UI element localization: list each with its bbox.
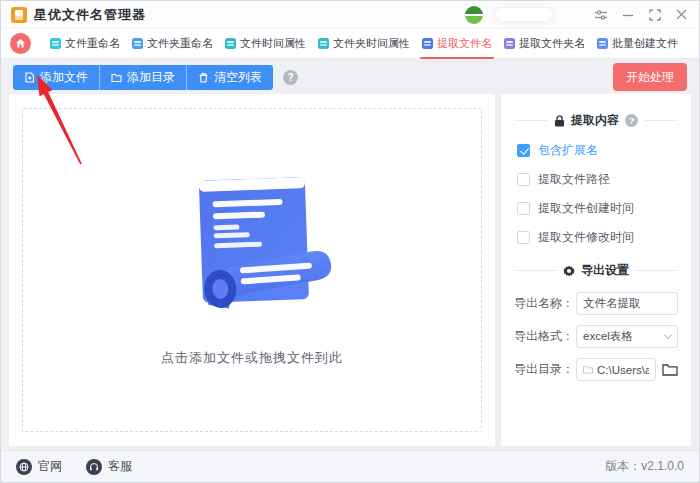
export-settings-title: 导出设置 xyxy=(581,262,629,279)
settings-panel: 提取内容 ? 包含扩展名 提取文件路径 提取文件创建时间 提取文件修改时间 导出… xyxy=(501,94,691,446)
app-logo-icon xyxy=(11,7,27,23)
export-format-value: excel表格 xyxy=(583,329,633,344)
app-title: 星优文件名管理器 xyxy=(34,6,146,24)
maximize-button[interactable] xyxy=(647,7,662,22)
user-name-pill[interactable] xyxy=(495,7,553,22)
clear-list-button[interactable]: 清空列表 xyxy=(186,65,273,90)
checkbox-include-extension[interactable]: 包含扩展名 xyxy=(517,142,678,159)
export-dir-label: 导出目录： xyxy=(514,361,576,378)
tab-label: 文件夹重命名 xyxy=(147,36,213,51)
gear-icon xyxy=(563,265,575,277)
tab-folder-rename[interactable]: 文件夹重命名 xyxy=(126,29,219,58)
folder-small-icon xyxy=(583,365,593,374)
content-area: 点击添加文件或拖拽文件到此 提取内容 ? 包含扩展名 提取文件路径 提取文件创建… xyxy=(1,94,699,446)
headset-icon xyxy=(86,459,102,475)
folder-open-icon xyxy=(662,363,678,376)
tab-extract-filename[interactable]: 提取文件名 xyxy=(416,29,498,58)
user-avatar[interactable] xyxy=(465,6,483,24)
website-link[interactable]: 官网 xyxy=(16,458,62,475)
website-label: 官网 xyxy=(38,458,62,475)
home-icon xyxy=(15,38,26,49)
checkbox-label: 提取文件路径 xyxy=(538,171,610,188)
home-button[interactable] xyxy=(10,33,31,54)
trash-icon xyxy=(198,72,209,83)
tab-icon xyxy=(422,38,433,49)
export-name-label: 导出名称： xyxy=(514,295,576,312)
file-plus-icon xyxy=(24,72,35,83)
tab-extract-foldername[interactable]: 提取文件夹名 xyxy=(498,29,591,58)
checkbox[interactable] xyxy=(517,173,530,186)
export-name-row: 导出名称： xyxy=(514,292,678,315)
footer: 官网 客服 版本：v2.1.0.0 xyxy=(1,450,699,482)
tab-file-time[interactable]: 文件时间属性 xyxy=(219,29,312,58)
chevron-down-icon xyxy=(664,331,672,339)
start-processing-button[interactable]: 开始处理 xyxy=(613,63,687,91)
add-file-label: 添加文件 xyxy=(40,69,88,86)
folder-plus-icon xyxy=(111,72,122,83)
toolbar-help-icon[interactable]: ? xyxy=(283,70,298,85)
checkbox-label: 提取文件创建时间 xyxy=(538,200,634,217)
export-name-field[interactable] xyxy=(576,292,678,315)
export-dir-row: 导出目录： C:\Users\admin\Des xyxy=(514,358,678,381)
checkbox-label: 提取文件修改时间 xyxy=(538,229,634,246)
close-button[interactable] xyxy=(674,7,689,22)
add-directory-button[interactable]: 添加目录 xyxy=(99,65,186,90)
browse-folder-button[interactable] xyxy=(662,363,678,376)
tab-icon xyxy=(318,38,329,49)
tab-bar: 文件重命名 文件夹重命名 文件时间属性 文件夹时间属性 提取文件名 提取文件夹名… xyxy=(1,29,699,59)
tab-icon xyxy=(504,38,515,49)
tab-label: 批量创建文件 xyxy=(612,36,678,51)
checkbox[interactable] xyxy=(517,202,530,215)
title-bar: 星优文件名管理器 xyxy=(1,1,699,29)
export-dir-value: C:\Users\admin\Des xyxy=(597,364,649,376)
drop-hint: 点击添加文件或拖拽文件到此 xyxy=(161,349,343,367)
checkbox[interactable] xyxy=(517,144,530,157)
lock-icon xyxy=(554,115,565,127)
document-illustration xyxy=(167,173,337,323)
extract-content-title: 提取内容 xyxy=(571,112,619,129)
file-drop-zone[interactable]: 点击添加文件或拖拽文件到此 xyxy=(22,108,482,432)
tab-folder-time[interactable]: 文件夹时间属性 xyxy=(312,29,416,58)
tab-icon xyxy=(225,38,236,49)
export-format-row: 导出格式： excel表格 xyxy=(514,325,678,348)
tab-label: 文件时间属性 xyxy=(240,36,306,51)
tab-label: 文件夹时间属性 xyxy=(333,36,410,51)
file-list-panel: 点击添加文件或拖拽文件到此 xyxy=(9,94,495,446)
globe-icon xyxy=(16,459,32,475)
export-dir-field[interactable]: C:\Users\admin\Des xyxy=(576,358,656,381)
tab-icon xyxy=(50,38,61,49)
help-icon[interactable]: ? xyxy=(625,114,638,127)
checkbox[interactable] xyxy=(517,231,530,244)
checkbox-extract-created-time[interactable]: 提取文件创建时间 xyxy=(517,200,678,217)
version-text: 版本：v2.1.0.0 xyxy=(605,458,684,475)
export-settings-header: 导出设置 xyxy=(514,262,678,279)
checkbox-extract-path[interactable]: 提取文件路径 xyxy=(517,171,678,188)
support-link[interactable]: 客服 xyxy=(86,458,132,475)
minimize-button[interactable] xyxy=(620,7,635,22)
toolbar: 添加文件 添加目录 清空列表 ? 开始处理 xyxy=(1,60,699,94)
tab-icon xyxy=(132,38,143,49)
checkbox-extract-modified-time[interactable]: 提取文件修改时间 xyxy=(517,229,678,246)
add-directory-label: 添加目录 xyxy=(127,69,175,86)
checkbox-label: 包含扩展名 xyxy=(538,142,598,159)
tab-label: 文件重命名 xyxy=(65,36,120,51)
tab-label: 提取文件夹名 xyxy=(519,36,585,51)
tab-file-rename[interactable]: 文件重命名 xyxy=(44,29,126,58)
clear-list-label: 清空列表 xyxy=(214,69,262,86)
export-format-select[interactable]: excel表格 xyxy=(576,325,678,348)
support-label: 客服 xyxy=(108,458,132,475)
tab-batch-create[interactable]: 批量创建文件 xyxy=(591,29,684,58)
extract-content-header: 提取内容 ? xyxy=(514,112,678,129)
settings-sliders-icon[interactable] xyxy=(593,7,608,22)
add-file-button[interactable]: 添加文件 xyxy=(13,65,99,90)
tab-icon xyxy=(597,38,608,49)
tab-label: 提取文件名 xyxy=(437,36,492,51)
export-format-label: 导出格式： xyxy=(514,328,576,345)
